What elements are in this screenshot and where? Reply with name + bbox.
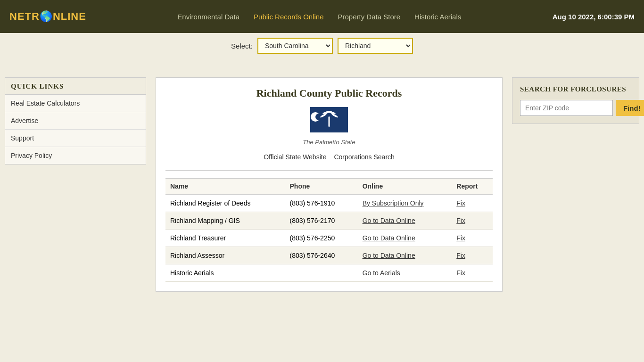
sidebar-item: Privacy Policy [5, 147, 146, 164]
nav-public-records[interactable]: Public Records Online [254, 13, 323, 21]
record-name: Richland Treasurer [165, 230, 285, 247]
record-name: Richland Assessor [165, 247, 285, 264]
record-online-link[interactable]: Go to Data Online [363, 217, 415, 224]
logo-suffix: NLINE [53, 10, 86, 22]
find-button[interactable]: Find! [616, 100, 644, 116]
sidebar-link[interactable]: Support [5, 130, 146, 147]
right-sidebar: Search for Forclosures Find! [512, 77, 639, 124]
sidebar-item: Real Estate Calculators [5, 95, 146, 112]
sidebar-item: Support [5, 130, 146, 147]
record-report-link[interactable]: Fix [456, 199, 465, 207]
main-nav: Environmental Data Public Records Online… [177, 13, 461, 21]
page-body: Quick Links Real Estate CalculatorsAdver… [0, 68, 644, 301]
table-header: Name [165, 179, 285, 195]
record-phone: (803) 576-2250 [285, 230, 358, 247]
state-flag-container [165, 107, 493, 134]
record-report: Fix [452, 212, 493, 230]
county-title: Richland County Public Records [165, 87, 493, 99]
sidebar-link[interactable]: Privacy Policy [5, 147, 146, 164]
state-select[interactable]: AlabamaAlaskaArizonaArkansasCaliforniaCo… [257, 38, 333, 54]
nav-property-data[interactable]: Property Data Store [338, 13, 401, 21]
record-online: By Subscription Only [358, 194, 452, 212]
county-box: Richland County Public Records [156, 77, 503, 292]
record-phone: (803) 576-2640 [285, 247, 358, 264]
record-report-link[interactable]: Fix [456, 252, 465, 259]
county-select[interactable]: AbbevilleAikenAllendaleAndersonBambergBa… [338, 38, 413, 54]
table-row: Richland Mapping / GIS(803) 576-2170Go t… [165, 212, 493, 230]
state-tagline: The Palmetto State [165, 139, 493, 146]
table-row: Richland Treasurer(803) 576-2250Go to Da… [165, 230, 493, 247]
state-link[interactable]: Corporations Search [334, 153, 394, 161]
table-row: Richland Register of Deeds(803) 576-1910… [165, 194, 493, 212]
record-report-link[interactable]: Fix [456, 217, 465, 224]
sidebar-links: Real Estate CalculatorsAdvertiseSupportP… [5, 94, 146, 165]
records-table: NamePhoneOnlineReport Richland Register … [165, 178, 493, 282]
nav-env-data[interactable]: Environmental Data [177, 13, 239, 21]
record-report: Fix [452, 230, 493, 247]
record-online-link[interactable]: By Subscription Only [363, 199, 424, 207]
record-online: Go to Aerials [358, 264, 452, 282]
state-link[interactable]: Official State Website [264, 153, 326, 161]
main-content: Richland County Public Records [146, 77, 512, 292]
svg-point-6 [326, 111, 332, 113]
table-row: Richland Assessor(803) 576-2640Go to Dat… [165, 247, 493, 264]
header: NETR🌎NLINE Environmental Data Public Rec… [0, 0, 644, 33]
record-report-link[interactable]: Fix [456, 234, 465, 242]
state-links: Official State WebsiteCorporations Searc… [165, 153, 493, 161]
logo-globe: 🌎 [40, 10, 53, 22]
record-report: Fix [452, 247, 493, 264]
site-logo[interactable]: NETR🌎NLINE [9, 10, 86, 23]
record-online-link[interactable]: Go to Data Online [363, 234, 415, 242]
foreclosure-box: Search for Forclosures Find! [512, 77, 639, 124]
record-name: Richland Register of Deeds [165, 194, 285, 212]
datetime-display: Aug 10 2022, 6:00:39 PM [553, 13, 635, 21]
table-header: Report [452, 179, 493, 195]
table-header: Online [358, 179, 452, 195]
foreclosure-title: Search for Forclosures [520, 85, 631, 93]
foreclosure-form-row: Find! [520, 100, 631, 116]
select-label: Select: [231, 42, 253, 50]
record-report: Fix [452, 194, 493, 212]
left-sidebar: Quick Links Real Estate CalculatorsAdver… [5, 77, 146, 165]
record-phone: (803) 576-1910 [285, 194, 358, 212]
record-online-link[interactable]: Go to Aerials [363, 269, 400, 277]
sidebar-link[interactable]: Real Estate Calculators [5, 95, 146, 112]
nav-historic-aerials[interactable]: Historic Aerials [414, 13, 461, 21]
table-header: Phone [285, 179, 358, 195]
record-name: Historic Aerials [165, 264, 285, 282]
sidebar-title: Quick Links [5, 77, 146, 94]
state-flag-image [310, 107, 348, 132]
record-report: Fix [452, 264, 493, 282]
table-row: Historic AerialsGo to AerialsFix [165, 264, 493, 282]
record-online: Go to Data Online [358, 212, 452, 230]
sidebar-item: Advertise [5, 112, 146, 130]
svg-rect-1 [329, 116, 330, 127]
record-online: Go to Data Online [358, 230, 452, 247]
record-phone [285, 264, 358, 282]
zip-code-input[interactable] [520, 100, 613, 116]
select-bar: Select: AlabamaAlaskaArizonaArkansasCali… [0, 33, 644, 58]
record-report-link[interactable]: Fix [456, 269, 465, 277]
record-phone: (803) 576-2170 [285, 212, 358, 230]
record-online-link[interactable]: Go to Data Online [363, 252, 415, 259]
logo-text: NETR [9, 10, 40, 22]
sidebar-link[interactable]: Advertise [5, 112, 146, 129]
record-online: Go to Data Online [358, 247, 452, 264]
record-name: Richland Mapping / GIS [165, 212, 285, 230]
